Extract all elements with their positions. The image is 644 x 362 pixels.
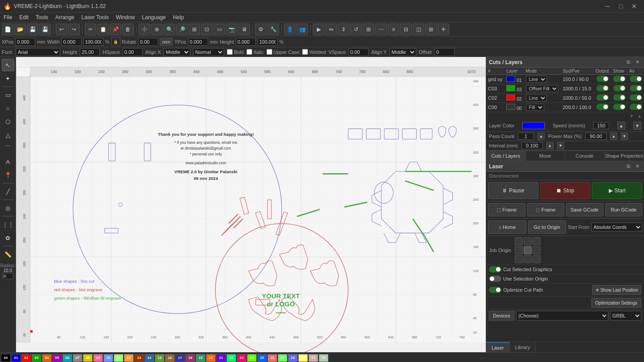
start-from-select[interactable]: Absolute Coords bbox=[591, 223, 642, 232]
canvas-area[interactable]: 140 190 240 290 340 390 440 490 540 590 … bbox=[16, 57, 486, 352]
layer-color-swatch[interactable] bbox=[522, 122, 545, 129]
palette-color-13[interactable]: 13 bbox=[134, 354, 144, 362]
font-height-input[interactable] bbox=[80, 48, 100, 56]
show-toggle-c00[interactable] bbox=[613, 104, 626, 110]
layer-mode-c00[interactable]: Fill bbox=[524, 103, 561, 112]
menu-tools[interactable]: Tools bbox=[32, 12, 52, 22]
zoom-fit-btn[interactable]: ⊞ bbox=[189, 24, 200, 35]
show-last-position-btn[interactable]: ✛ Show Last Position bbox=[592, 285, 641, 295]
air-toggle-c00[interactable] bbox=[630, 104, 642, 110]
layer-output-c00[interactable] bbox=[594, 103, 611, 112]
layer-mode-c02[interactable]: Line bbox=[524, 94, 561, 103]
font-select[interactable]: Arial bbox=[16, 48, 60, 56]
palette-color-03[interactable]: 03 bbox=[32, 354, 41, 362]
tools-btn[interactable]: 🔧 bbox=[267, 24, 279, 35]
power-max-input[interactable] bbox=[585, 133, 607, 140]
layer-air-c00[interactable] bbox=[628, 103, 644, 112]
home-button[interactable]: ⌂ Home bbox=[488, 220, 526, 234]
new-btn[interactable]: 📄 bbox=[2, 24, 13, 35]
frame-button1[interactable]: ⬚ Frame bbox=[488, 203, 525, 216]
layer-output-c03[interactable] bbox=[594, 84, 611, 94]
origin-tl[interactable] bbox=[515, 237, 523, 245]
delete-btn[interactable]: 🗑 bbox=[122, 24, 134, 35]
upper-checkbox[interactable] bbox=[267, 49, 272, 55]
palette-color-28[interactable]: 28 bbox=[288, 354, 298, 362]
maximize-button[interactable]: □ bbox=[615, 0, 627, 12]
palette-color-21[interactable]: 21 bbox=[216, 354, 226, 362]
scroll-up-btn[interactable]: ▲ bbox=[636, 113, 644, 119]
select-tool-btn[interactable]: ↖ bbox=[2, 59, 14, 71]
zoom-in-btn[interactable]: 🔍 bbox=[164, 24, 175, 35]
welded-checkbox[interactable] bbox=[302, 49, 308, 55]
rotate-input[interactable] bbox=[138, 38, 158, 46]
power-up-btn[interactable]: ▲ bbox=[610, 133, 617, 140]
offset-btn[interactable]: ◎ bbox=[2, 202, 14, 214]
zoom-out-btn[interactable]: 🔎 bbox=[176, 24, 188, 35]
layer-show-c02[interactable] bbox=[611, 94, 628, 103]
palette-color-08[interactable]: 08 bbox=[83, 354, 93, 362]
layer-row-c02[interactable]: C02 02 Line 1000.0 / 50.0 bbox=[486, 94, 644, 103]
save-as-btn[interactable]: 💾 bbox=[39, 24, 51, 35]
polygon-tool-btn[interactable]: ⬡ bbox=[2, 115, 14, 128]
redo-btn[interactable]: ↪ bbox=[68, 24, 80, 35]
cut-selected-toggle[interactable] bbox=[489, 266, 501, 273]
add-btn[interactable]: ➕ bbox=[139, 24, 150, 35]
layer-mode-c03[interactable]: Offset Fill bbox=[524, 84, 561, 94]
palette-color-27[interactable]: 27 bbox=[278, 354, 287, 362]
output-toggle-gridxy[interactable] bbox=[596, 76, 609, 82]
palette-color-16[interactable]: 16 bbox=[165, 354, 175, 362]
menu-laser-tools[interactable]: Laser Tools bbox=[78, 12, 112, 22]
circular-array-btn[interactable]: ✿ bbox=[2, 232, 14, 244]
save-btn[interactable]: 💾 bbox=[27, 24, 38, 35]
play-btn[interactable]: ▶ bbox=[313, 24, 324, 35]
interval-down-btn[interactable]: ▼ bbox=[557, 142, 564, 149]
rect-tool-btn[interactable]: ▭ bbox=[2, 89, 14, 101]
palette-color-05[interactable]: 05 bbox=[52, 354, 62, 362]
pattern-btn[interactable]: ⋯ bbox=[375, 24, 387, 35]
radius-input[interactable] bbox=[3, 273, 13, 279]
rotate-tool-btn[interactable]: ↺ bbox=[350, 24, 362, 35]
menu-language[interactable]: Language bbox=[139, 12, 169, 22]
layer-mode-gridxy[interactable]: Line bbox=[524, 75, 561, 84]
mode-select-gridxy[interactable]: Line bbox=[526, 76, 547, 83]
tab-move[interactable]: Move bbox=[526, 151, 566, 161]
cuts-panel-close-btn[interactable]: ✕ bbox=[633, 58, 641, 66]
palette-color-02[interactable]: 02 bbox=[21, 354, 31, 362]
upper-check-label[interactable]: Upper Case bbox=[267, 49, 300, 55]
air-toggle-c03[interactable] bbox=[630, 85, 642, 91]
layer-row-c00[interactable]: C00 00 Fill 200.0 / 100.0 bbox=[486, 103, 644, 112]
origin-bl[interactable] bbox=[515, 255, 523, 263]
layer-air-gridxy[interactable] bbox=[628, 75, 644, 84]
bold-checkbox[interactable] bbox=[227, 49, 233, 55]
copy-btn[interactable]: 📋 bbox=[97, 24, 109, 35]
distribute-btn[interactable]: ⊟ bbox=[400, 24, 412, 35]
scroll-down-btn[interactable]: ▼ bbox=[628, 113, 636, 119]
palette-color-18[interactable]: 18 bbox=[185, 354, 195, 362]
close-button[interactable]: ✕ bbox=[628, 0, 640, 12]
palette-color-22[interactable]: 22 bbox=[226, 354, 236, 362]
layer-row-gridxy[interactable]: grid xy 01 Line 150.0 / 90.0 bbox=[486, 75, 644, 84]
paste-btn[interactable]: 📌 bbox=[110, 24, 121, 35]
flip-btn[interactable]: ⇕ bbox=[338, 24, 349, 35]
select-rect-btn[interactable]: ▭ bbox=[213, 24, 225, 35]
open-btn[interactable]: 📂 bbox=[14, 24, 26, 35]
origin-tc[interactable] bbox=[524, 237, 532, 245]
palette-color-17[interactable]: 17 bbox=[175, 354, 185, 362]
palette-color-29[interactable]: 29 bbox=[298, 354, 308, 362]
draw-line-btn[interactable]: ╱ bbox=[2, 185, 14, 198]
target-btn[interactable]: ⊕ bbox=[151, 24, 163, 35]
palette-color-00[interactable]: 00 bbox=[1, 354, 11, 362]
more2-btn[interactable]: ⊞ bbox=[425, 24, 437, 35]
open-shape-btn[interactable]: ⌒ bbox=[2, 142, 14, 155]
output-toggle-c00[interactable] bbox=[596, 104, 609, 110]
mirror-btn[interactable]: ⇔ bbox=[325, 24, 337, 35]
pause-button[interactable]: ⏸ Pause bbox=[488, 182, 538, 199]
controller-select[interactable]: GRBL bbox=[610, 311, 641, 321]
go-to-origin-button[interactable]: Go to Origin bbox=[528, 220, 566, 234]
welded-check-label[interactable]: Welded bbox=[302, 49, 326, 55]
vspace-input[interactable] bbox=[349, 48, 369, 56]
devices-button[interactable]: Devices bbox=[489, 311, 514, 321]
palette-color-14[interactable]: 14 bbox=[144, 354, 154, 362]
more3-btn[interactable]: ✛ bbox=[438, 24, 449, 35]
mode-select-c02[interactable]: Line bbox=[526, 94, 547, 102]
